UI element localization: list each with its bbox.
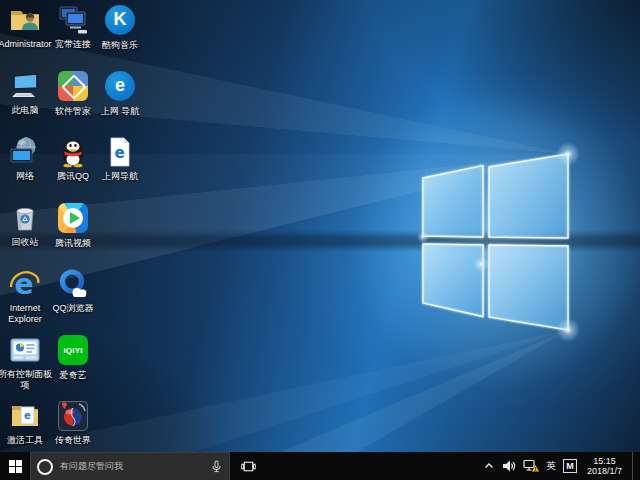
color-grid-icon: [57, 71, 89, 103]
icon-label: 爱奇艺: [43, 370, 103, 381]
taskbar: 有问题尽管问我: [0, 452, 640, 480]
qq-penguin-icon: [57, 136, 89, 168]
desktop-icon-qq-browser[interactable]: QQ浏览器: [49, 268, 97, 314]
network-warning-icon[interactable]: !: [523, 459, 539, 473]
tray-expand-chevron-icon[interactable]: [483, 460, 495, 472]
clock[interactable]: 15:15 2018/1/7: [587, 456, 622, 476]
folder-with-page-icon: e: [9, 400, 41, 432]
show-desktop-button[interactable]: [632, 452, 637, 480]
desktop-icon-this-pc[interactable]: 此电脑: [1, 70, 49, 116]
play-swirl-icon: [57, 203, 89, 235]
network-globe-icon: [9, 136, 41, 168]
e-circle-icon: e: [104, 71, 136, 103]
svg-text:e: e: [114, 144, 124, 162]
search-box[interactable]: 有问题尽管问我: [30, 452, 230, 480]
desktop-icon-webnav-page[interactable]: e 上网导航: [96, 136, 144, 182]
desktop-icon-iqiyi[interactable]: iQIYI 爱奇艺: [49, 334, 97, 381]
search-placeholder: 有问题尽管问我: [60, 460, 210, 473]
desktop-icon-control-panel[interactable]: 所有控制面板项: [1, 334, 49, 391]
desktop-icon-internet-explorer[interactable]: e Internet Explorer: [1, 268, 49, 325]
icon-label: 传奇世界: [43, 435, 103, 446]
icon-label: 上网导航: [90, 171, 150, 182]
iqiyi-green-icon: iQIYI: [57, 335, 89, 367]
language-indicator[interactable]: 英: [546, 459, 556, 473]
computer-monitor-icon: [9, 70, 41, 102]
control-panel-icon: [9, 334, 41, 366]
desktop-icon-recycle-bin[interactable]: 回收站: [1, 202, 49, 248]
svg-text:e: e: [24, 410, 31, 421]
windows-start-icon: [9, 460, 22, 473]
desktop-icon-legend-world[interactable]: 传奇世界: [49, 400, 97, 446]
icon-label: 酷狗音乐: [90, 40, 150, 51]
desktop[interactable]: Administrator 此电脑 网络: [0, 0, 640, 452]
ie-browser-icon: e: [9, 268, 41, 300]
ime-mode-indicator[interactable]: M: [563, 459, 577, 473]
icon-label: 腾讯视频: [43, 238, 103, 249]
svg-text:!: !: [534, 466, 537, 472]
desktop-icon-administrator[interactable]: Administrator: [1, 4, 49, 50]
q-cloud-icon: [57, 268, 89, 300]
clock-time: 15:15: [587, 456, 622, 466]
desktop-icon-tencent-video[interactable]: 腾讯视频: [49, 202, 97, 249]
desktop-icon-network[interactable]: 网络: [1, 136, 49, 182]
microphone-icon[interactable]: [210, 460, 223, 473]
svg-text:e: e: [15, 268, 34, 300]
game-sphere-icon: [57, 400, 89, 432]
user-folder-icon: [9, 4, 41, 36]
task-view-icon: [241, 459, 256, 474]
task-view-button[interactable]: [234, 452, 262, 480]
system-tray: ! 英 M 15:15 2018/1/7: [483, 452, 640, 480]
desktop-icon-kugou[interactable]: K 酷狗音乐: [96, 4, 144, 51]
kugou-circle-icon: K: [104, 5, 136, 37]
clock-date: 2018/1/7: [587, 466, 622, 476]
start-button[interactable]: [0, 452, 30, 480]
desktop-icon-activation-tool[interactable]: e 激活工具: [1, 400, 49, 446]
recycle-bin-icon: [9, 202, 41, 234]
dual-monitors-icon: [57, 4, 89, 36]
cortana-icon: [37, 459, 53, 475]
e-page-icon: e: [104, 136, 136, 168]
icon-label: 上网 导航: [90, 106, 150, 117]
volume-icon[interactable]: [502, 459, 516, 473]
icon-label: QQ浏览器: [43, 303, 103, 314]
desktop-icon-webnav-edge[interactable]: e 上网 导航: [96, 70, 144, 117]
